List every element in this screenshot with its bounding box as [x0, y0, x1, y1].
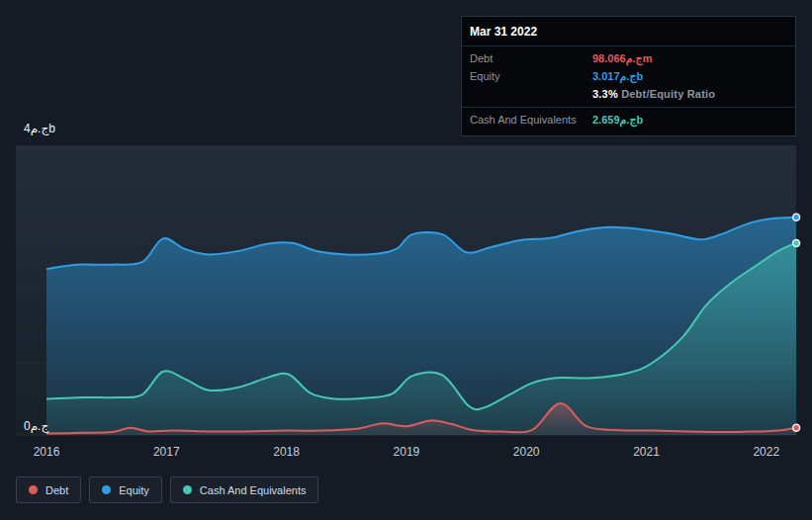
tooltip-debt-value: 98.066ج.مm: [592, 52, 653, 65]
x-tick-2016: 2016: [34, 445, 60, 459]
legend-item-debt[interactable]: Debt: [16, 477, 81, 503]
x-tick-2021: 2021: [633, 445, 660, 459]
legend-dot-icon: [183, 485, 192, 494]
tooltip-debt-label: Debt: [470, 52, 592, 64]
x-tick-2020: 2020: [513, 445, 540, 459]
chart-tooltip: Mar 31 2022 Debt 98.066ج.مm Equity 3.017…: [461, 16, 796, 136]
legend-item-label: Equity: [119, 484, 149, 496]
debt-equity-history-chart-panel: 4ج.مb 0ج.م 2016201720182019202020212022 …: [0, 0, 812, 520]
y-axis-max-label: 4ج.مb: [24, 122, 55, 135]
legend-dot-icon: [102, 485, 111, 494]
legend-item-label: Debt: [45, 484, 68, 496]
legend-dot-icon: [29, 485, 38, 494]
tooltip-ratio-row: 3.3% Debt/Equity Ratio: [462, 85, 795, 108]
tooltip-debt-row: Debt 98.066ج.مm: [462, 49, 795, 67]
equity-end-marker[interactable]: [793, 214, 800, 220]
tooltip-equity-row: Equity 3.017ج.مb: [462, 67, 795, 85]
tooltip-cash-label: Cash And Equivalents: [470, 114, 592, 126]
cash-and-equivalents-end-marker[interactable]: [793, 239, 800, 246]
x-tick-2018: 2018: [273, 445, 300, 459]
tooltip-ratio-label: Debt/Equity Ratio: [621, 88, 715, 100]
x-tick-2022: 2022: [753, 445, 779, 459]
x-tick-2017: 2017: [153, 445, 180, 459]
legend: DebtEquityCash And Equivalents: [16, 477, 318, 503]
x-tick-2019: 2019: [394, 445, 420, 459]
tooltip-cash-row: Cash And Equivalents 2.659ج.مb: [462, 112, 795, 130]
tooltip-equity-value: 3.017ج.مb: [592, 70, 643, 83]
legend-item-equity[interactable]: Equity: [89, 477, 162, 503]
tooltip-cash-value: 2.659ج.مb: [592, 114, 643, 127]
y-axis-zero-label: 0ج.م: [24, 419, 48, 433]
x-axis-labels: 2016201720182019202020212022: [0, 445, 812, 461]
debt-end-marker[interactable]: [793, 424, 800, 431]
tooltip-ratio-value: 3.3%: [592, 88, 618, 100]
tooltip-equity-label: Equity: [470, 70, 592, 82]
legend-item-cash-and-equivalents[interactable]: Cash And Equivalents: [170, 477, 319, 503]
legend-item-label: Cash And Equivalents: [200, 484, 307, 496]
tooltip-date: Mar 31 2022: [462, 17, 795, 46]
